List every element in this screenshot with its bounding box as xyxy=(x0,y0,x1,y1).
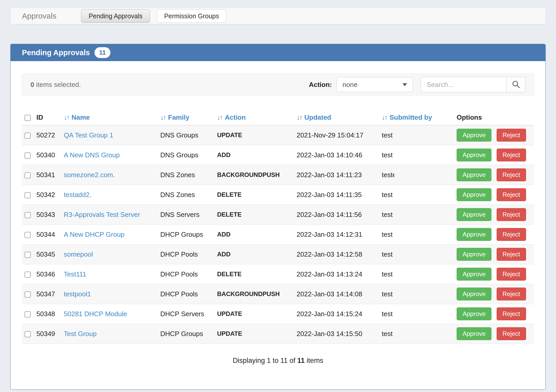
row-checkbox-cell xyxy=(22,244,36,264)
approve-button[interactable]: Approve xyxy=(457,149,491,161)
row-options-cell: Approve Reject xyxy=(457,125,534,145)
row-id: 50345 xyxy=(36,244,64,264)
row-checkbox[interactable] xyxy=(25,272,31,278)
approve-button[interactable]: Approve xyxy=(457,248,491,261)
search-input[interactable] xyxy=(421,77,506,92)
row-checkbox-cell xyxy=(22,185,36,205)
row-family: DNS Servers xyxy=(160,205,217,225)
action-select[interactable]: none xyxy=(337,77,413,92)
row-name-link[interactable]: somezone2.com. xyxy=(64,171,115,179)
row-id: 50341 xyxy=(36,165,64,185)
row-name-link[interactable]: A New DHCP Group xyxy=(64,231,124,238)
row-updated: 2022-Jan-03 14:12:31 xyxy=(297,225,382,244)
approve-button[interactable]: Approve xyxy=(457,268,491,281)
row-name-link[interactable]: QA Test Group 1 xyxy=(64,131,113,139)
row-name-link[interactable]: Test Group xyxy=(64,330,97,338)
table-row: 50344 A New DHCP Group DHCP Groups ADD 2… xyxy=(22,225,534,244)
row-updated: 2022-Jan-03 14:11:56 xyxy=(297,205,382,225)
approve-button[interactable]: Approve xyxy=(457,188,491,201)
row-checkbox[interactable] xyxy=(25,192,31,198)
table-row: 50343 R3-Approvals Test Server DNS Serve… xyxy=(22,205,534,225)
clipped-char: e xyxy=(393,171,394,179)
reject-button[interactable]: Reject xyxy=(497,307,526,320)
approvals-table: ID ↓↑Name ↓↑Family ↓↑Action ↓↑Updated ↓↑… xyxy=(22,110,534,344)
row-checkbox[interactable] xyxy=(25,331,31,337)
reject-button[interactable]: Reject xyxy=(497,268,526,281)
row-submitted-by: test xyxy=(382,151,393,159)
row-checkbox[interactable] xyxy=(25,232,31,238)
tab-pending-approvals[interactable]: Pending Approvals xyxy=(81,9,150,23)
column-header-name[interactable]: ↓↑Name xyxy=(64,110,160,125)
sort-icon: ↓↑ xyxy=(297,113,302,121)
reject-button[interactable]: Reject xyxy=(497,228,526,241)
row-checkbox-cell xyxy=(22,145,36,165)
row-options-cell: Approve Reject xyxy=(457,185,534,205)
row-name-link[interactable]: testadd2. xyxy=(64,191,91,199)
reject-button[interactable]: Reject xyxy=(497,327,526,340)
row-checkbox[interactable] xyxy=(25,172,31,178)
row-checkbox[interactable] xyxy=(25,152,31,159)
approve-button[interactable]: Approve xyxy=(457,168,491,181)
row-family: DNS Groups xyxy=(160,145,217,165)
row-id: 50346 xyxy=(36,264,64,284)
row-checkbox[interactable] xyxy=(25,291,31,298)
tab-permission-groups[interactable]: Permission Groups xyxy=(157,9,227,23)
row-id: 50349 xyxy=(36,324,64,344)
column-header-id: ID xyxy=(36,110,64,125)
reject-button[interactable]: Reject xyxy=(497,248,526,261)
row-name-link[interactable]: 50281 DHCP Module xyxy=(64,310,127,318)
search-group xyxy=(421,77,526,92)
approve-button[interactable]: Approve xyxy=(457,307,491,320)
selected-text: items selected. xyxy=(36,81,81,88)
row-name-link[interactable]: A New DNS Group xyxy=(64,151,120,159)
table-row: 50349 Test Group DHCP Groups UPDATE 2022… xyxy=(22,324,534,344)
row-submitted-cell: test xyxy=(382,264,457,284)
row-action: DELETE xyxy=(217,205,297,225)
row-name-link[interactable]: somepool xyxy=(64,250,93,258)
column-header-updated[interactable]: ↓↑Updated xyxy=(297,110,382,125)
row-submitted-cell: test xyxy=(382,225,457,244)
reject-button[interactable]: Reject xyxy=(497,208,526,221)
row-updated: 2022-Jan-03 14:10:46 xyxy=(297,145,382,165)
column-header-family[interactable]: ↓↑Family xyxy=(160,110,217,125)
row-options-cell: Approve Reject xyxy=(457,284,534,304)
row-updated: 2022-Jan-03 14:11:23 xyxy=(297,165,382,185)
row-updated: 2021-Nov-29 15:04:17 xyxy=(297,125,382,145)
pagination-suffix: items xyxy=(307,357,323,364)
row-submitted-by: test xyxy=(382,270,393,278)
reject-button[interactable]: Reject xyxy=(497,288,526,300)
reject-button[interactable]: Reject xyxy=(497,188,526,201)
row-name-link[interactable]: R3-Approvals Test Server xyxy=(64,211,140,218)
row-name-link[interactable]: Test111 xyxy=(64,270,86,278)
row-checkbox-cell xyxy=(22,165,36,185)
reject-button[interactable]: Reject xyxy=(497,129,526,142)
panel-title: Pending Approvals xyxy=(22,48,90,57)
row-family: DHCP Servers xyxy=(160,304,217,324)
approve-button[interactable]: Approve xyxy=(457,228,491,241)
search-button[interactable] xyxy=(506,77,526,92)
page: Approvals Pending Approvals Permission G… xyxy=(0,0,556,392)
row-family: DHCP Groups xyxy=(160,225,217,244)
row-submitted-cell: test xyxy=(382,284,457,304)
reject-button[interactable]: Reject xyxy=(497,168,526,181)
column-header-submitted-by[interactable]: ↓↑Submitted by xyxy=(382,110,457,125)
approve-button[interactable]: Approve xyxy=(457,208,491,221)
approve-button[interactable]: Approve xyxy=(457,288,491,300)
approve-button[interactable]: Approve xyxy=(457,327,491,340)
row-checkbox[interactable] xyxy=(25,212,31,218)
row-checkbox[interactable] xyxy=(25,311,31,317)
row-submitted-cell: teste xyxy=(382,165,457,185)
column-header-action[interactable]: ↓↑Action xyxy=(217,110,297,125)
reject-button[interactable]: Reject xyxy=(497,149,526,161)
row-updated: 2022-Jan-03 14:15:50 xyxy=(297,324,382,344)
row-checkbox[interactable] xyxy=(25,133,31,139)
row-checkbox-cell xyxy=(22,284,36,304)
row-action: UPDATE xyxy=(217,304,297,324)
row-name-link[interactable]: testpool1 xyxy=(64,290,91,298)
table-row: 50348 50281 DHCP Module DHCP Servers UPD… xyxy=(22,304,534,324)
approve-button[interactable]: Approve xyxy=(457,129,491,142)
row-submitted-by: test xyxy=(382,231,393,238)
row-options-cell: Approve Reject xyxy=(457,264,534,284)
select-all-checkbox[interactable] xyxy=(25,115,31,121)
row-checkbox[interactable] xyxy=(25,252,31,258)
